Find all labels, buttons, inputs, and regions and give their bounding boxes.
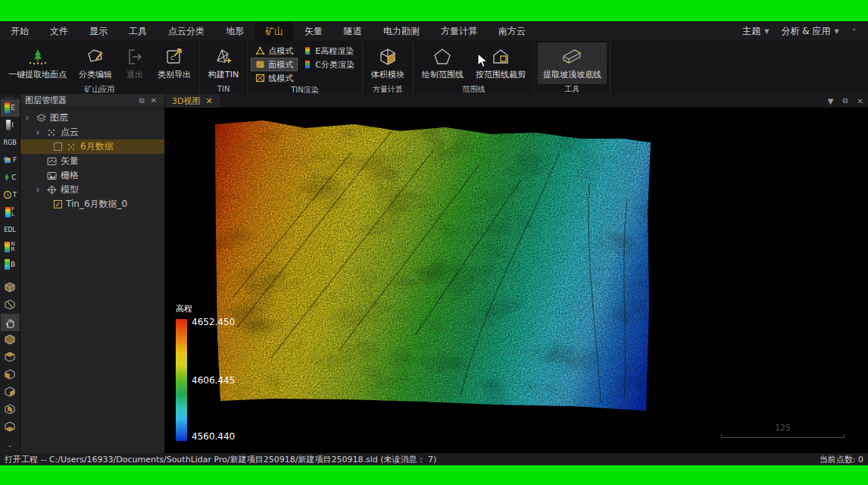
ribbon-collapse-icon[interactable]: ⌃	[851, 27, 857, 36]
gradient-swatch	[5, 102, 10, 113]
point-cloud-icon	[46, 128, 57, 137]
cut-cube-icon	[4, 299, 16, 311]
class-render-button[interactable]: C分类渲染	[299, 58, 359, 71]
button-label: 提取坡顶坡底线	[543, 69, 601, 80]
time-render-mode-button[interactable]: T	[1, 186, 20, 204]
svg-text:c: c	[170, 54, 174, 61]
tree-row-june-data[interactable]: 6月数据	[20, 139, 164, 154]
scale-bar: 125	[721, 423, 845, 438]
cube-face-left-button[interactable]	[1, 366, 20, 383]
cube-face-front-button[interactable]	[1, 401, 20, 418]
chevron-down-icon[interactable]: ∨	[36, 186, 42, 193]
clip-box-tool-button[interactable]	[1, 296, 20, 314]
class-export-button[interactable]: c 类别导出	[152, 42, 196, 84]
classification-render-mode-button[interactable]: C	[1, 169, 20, 186]
chevron-down-icon[interactable]: ∨	[25, 114, 32, 121]
button-label: 一键提取地面点	[8, 69, 67, 80]
line-mode-button[interactable]: 线模式	[251, 71, 298, 85]
rgb-render-mode-button[interactable]: RGB	[1, 134, 20, 152]
menu-terrain[interactable]: 地形	[215, 21, 254, 41]
legend-tick-max: 4652.450	[192, 317, 235, 327]
close-panel-icon[interactable]: ✕	[148, 96, 160, 105]
render-canvas[interactable]: 高程 4652.450 4606.445 4560.440 125	[165, 108, 868, 453]
menu-pointcloud-classify[interactable]: 点云分类	[158, 21, 215, 41]
extract-ground-button[interactable]: 一键提取地面点	[3, 42, 72, 84]
tab-3d-view[interactable]: 3D视图 ✕	[165, 94, 220, 108]
visibility-checkbox-checked[interactable]: ✓	[54, 200, 62, 208]
intensity-render-mode-button[interactable]: I	[1, 117, 20, 134]
menu-mine[interactable]: 矿山	[254, 21, 294, 41]
terrain-pointcloud	[165, 108, 868, 453]
tree-label: 图层	[50, 111, 68, 124]
tree-row-layers[interactable]: ∨ 图层	[20, 111, 164, 125]
b-render-mode-button[interactable]: B	[1, 256, 20, 274]
face-mode-button[interactable]: 面模式	[251, 58, 298, 71]
elevation-render-button[interactable]: E高程渲染	[299, 44, 359, 58]
menu-south-cloud[interactable]: 南方云	[488, 21, 536, 41]
button-label: 类别导出	[158, 69, 191, 80]
tree-row-tin-model[interactable]: ✓ Tin_6月数据_0	[20, 197, 164, 211]
line-mode-icon	[255, 74, 265, 83]
menu-volume-calc[interactable]: 方量计算	[430, 21, 488, 41]
legend-colorbar	[176, 319, 187, 441]
build-tin-button[interactable]: 构建TIN	[203, 42, 244, 84]
cube-face-bottom-button[interactable]	[1, 418, 20, 436]
f-render-mode-button[interactable]: F	[1, 152, 20, 169]
classify-edit-button[interactable]: 分类编辑	[73, 42, 117, 84]
tree-icon	[3, 173, 11, 182]
gray-swatch	[6, 120, 11, 130]
tab-list-icon[interactable]: ▼	[823, 97, 838, 105]
cube-face-all-button[interactable]	[1, 331, 20, 349]
tree-row-raster[interactable]: 栅格	[20, 168, 164, 183]
menu-power-survey[interactable]: 电力勘测	[373, 21, 430, 41]
gradient-swatch	[5, 242, 10, 252]
legend-tick-mid: 4606.445	[192, 375, 235, 386]
fl-render-mode-button[interactable]: FL	[1, 204, 20, 221]
strip-overflow-button[interactable]: ⌄	[1, 436, 20, 453]
status-project-path: 打开工程 -- C:/Users/16933/Documents/SouthLi…	[5, 454, 820, 465]
cube-face-top-button[interactable]	[1, 349, 20, 366]
analysis-app-dropdown[interactable]: 分析 & 应用 ▼	[781, 25, 838, 38]
button-label: 按范围线裁剪	[476, 69, 526, 80]
theme-dropdown[interactable]: 主题 ▼	[742, 25, 769, 38]
float-view-icon[interactable]: ⧉	[838, 96, 852, 105]
nr-render-mode-button[interactable]: NR	[1, 239, 20, 256]
quit-button[interactable]: 退出	[119, 42, 151, 84]
menu-tunnel[interactable]: 隧道	[333, 21, 373, 41]
button-label: E高程渲染	[315, 45, 354, 57]
select-box-tool-button[interactable]	[1, 280, 20, 297]
menu-file[interactable]: 文件	[39, 21, 79, 41]
cloud-icon	[3, 155, 12, 164]
mode-label: T	[13, 191, 17, 199]
point-mode-icon	[255, 46, 265, 55]
volume-module-button[interactable]: 体积模块	[366, 42, 410, 84]
close-view-icon[interactable]: ✕	[853, 97, 868, 105]
vector-layer-icon	[46, 157, 57, 166]
menu-start[interactable]: 开始	[0, 21, 39, 41]
tree-row-model[interactable]: ∨ 模型	[20, 183, 164, 197]
edl-render-mode-button[interactable]: EDL	[1, 221, 20, 239]
tree-row-pointcloud[interactable]: ∨ 点云	[20, 125, 164, 139]
close-tab-icon[interactable]: ✕	[205, 96, 212, 106]
elevation-render-mode-button[interactable]: E	[1, 99, 20, 117]
menu-display[interactable]: 显示	[79, 21, 118, 41]
visibility-checkbox-unchecked[interactable]	[54, 142, 62, 151]
pan-tool-button[interactable]	[1, 314, 20, 331]
float-panel-icon[interactable]: ⧉	[136, 96, 148, 105]
export-arrow-icon: c	[164, 45, 185, 69]
chevron-down-icon: ▼	[764, 28, 769, 35]
elevation-render-icon	[304, 46, 312, 55]
tree-label: 矢量	[61, 155, 79, 167]
mode-label: EDL	[4, 227, 16, 233]
ribbon-group-tools: 提取坡顶坡底线 工具	[535, 42, 610, 94]
menu-vector[interactable]: 矢量	[294, 21, 333, 41]
tree-row-vector[interactable]: 矢量	[20, 154, 164, 168]
button-label: 面模式	[268, 59, 293, 70]
point-mode-button[interactable]: 点模式	[251, 44, 298, 58]
draw-boundary-button[interactable]: 绘制范围线	[417, 42, 469, 84]
extract-slope-lines-button[interactable]: 提取坡顶坡底线	[538, 42, 607, 84]
menu-tools[interactable]: 工具	[118, 21, 158, 41]
button-label: 绘制范围线	[422, 69, 464, 80]
cube-face-right-button[interactable]	[1, 383, 20, 401]
chevron-down-icon[interactable]: ∨	[36, 129, 42, 136]
